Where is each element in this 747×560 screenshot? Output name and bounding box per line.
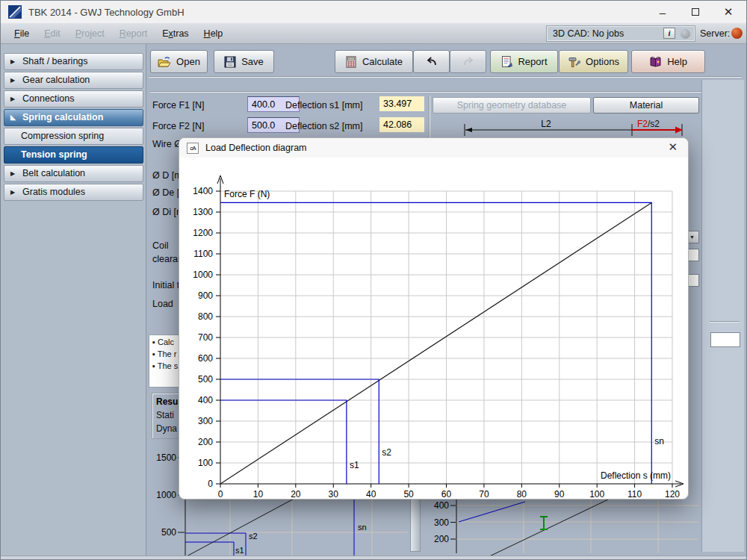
note-item: ▪ Calc: [152, 337, 179, 346]
y-tick-label: 1400: [193, 186, 213, 196]
calculate-button[interactable]: Calculate: [335, 50, 413, 73]
x-tick-label: 60: [441, 489, 452, 500]
toolbar-button-label: Save: [241, 56, 264, 67]
panel-separator: [710, 321, 740, 323]
sidebar-item-label: Connections: [22, 91, 75, 107]
x-tick-label: 40: [366, 489, 376, 500]
menu-help[interactable]: Help: [196, 25, 231, 42]
cad-info-button[interactable]: i: [663, 28, 675, 39]
deflection-s2-value: 42.086: [379, 117, 424, 132]
dialog-close-icon[interactable]: ✕: [668, 140, 678, 154]
form-separator: [150, 91, 742, 93]
menu-extras[interactable]: Extras: [155, 25, 196, 42]
menu-file[interactable]: File: [7, 25, 37, 42]
background-label: clearan: [152, 254, 179, 264]
chart-text-label: s1: [235, 546, 244, 555]
save-button[interactable]: Save: [214, 50, 274, 73]
x-tick-label: 100: [589, 489, 604, 500]
x-axis-title: Deflection s (mm): [601, 470, 671, 481]
x-tick-label: 10: [253, 489, 264, 500]
sidebar-item-gratis-modules[interactable]: ▶Gratis modules: [4, 184, 143, 201]
window-title: TBK 2014 - GWJ Technology GmbH: [28, 7, 185, 18]
toolbar-separator: [149, 76, 742, 78]
sidebar-item-label: Belt calculation: [22, 166, 85, 181]
bullet-icon: ▪: [152, 337, 158, 346]
x-tick-label: 80: [517, 489, 527, 500]
y-tick-label: 0: [208, 479, 213, 489]
help-button[interactable]: Help: [631, 50, 705, 73]
sidebar-item-spring-calculation[interactable]: ◣Spring calculation: [4, 109, 143, 126]
close-icon[interactable]: ✕: [712, 1, 745, 23]
app-window: TBK 2014 - GWJ Technology GmbH – ✕ FileE…: [0, 0, 747, 560]
minimize-icon[interactable]: –: [646, 1, 679, 23]
load-deflection-dialog: cA Load Deflection diagram ✕ 01002003004…: [179, 137, 689, 500]
y-tick-label: 200: [198, 437, 213, 447]
background-label: Ø D [m: [152, 170, 179, 181]
report-doc-icon: [500, 55, 512, 68]
help-book-icon: [649, 56, 662, 67]
save-floppy-icon: [224, 56, 236, 68]
note-item: ▪ The r: [152, 349, 179, 358]
sidebar-item-label: Spring calculation: [22, 110, 103, 125]
calculation-notes-box: ▪ Calc▪ The r▪ The s: [149, 335, 179, 388]
x-tick-label: 120: [665, 489, 680, 500]
sidebar-item-label: Gear calculation: [22, 72, 90, 88]
y-tick-label: 600: [198, 353, 213, 364]
x-tick-label: 20: [291, 489, 301, 500]
expand-arrow-icon: ▶: [10, 166, 15, 181]
menu-bar: FileEditProjectReportExtrasHelp 3D CAD: …: [1, 23, 746, 44]
background-label: Ø Di [n: [152, 207, 179, 217]
y-tick-label: 700: [198, 332, 213, 343]
undo-button[interactable]: [413, 50, 450, 73]
toolbar-button-label: Open: [176, 56, 200, 67]
dialog-title-bar[interactable]: cA Load Deflection diagram ✕: [179, 138, 688, 158]
menu-report: Report: [112, 25, 155, 42]
mini-right-ytick: 400: [434, 500, 449, 511]
maximize-icon[interactable]: [679, 1, 712, 23]
load-deflection-chart: 0100200300400500600700800900100011001200…: [179, 158, 689, 500]
annotation-s1: s1: [350, 460, 359, 470]
toolbar-button-label: Help: [667, 56, 687, 67]
spring-geometry-database-button[interactable]: Spring geometry database: [433, 97, 591, 113]
redo-button[interactable]: [450, 50, 486, 73]
title-bar: TBK 2014 - GWJ Technology GmbH – ✕: [1, 1, 746, 23]
dialog-title: Load Deflection diagram: [205, 143, 307, 153]
results-title: Resu: [156, 396, 179, 407]
material-button[interactable]: Material: [593, 97, 699, 113]
force-f1-label: Force F1 [N]: [152, 100, 204, 111]
y-tick-label: 400: [198, 395, 213, 405]
toolbar-button-label: Options: [586, 56, 619, 67]
expand-arrow-icon: ▶: [10, 54, 15, 69]
deflection-s1-label: Deflection s1 [mm]: [285, 100, 363, 111]
expand-arrow-icon: ▶: [10, 184, 15, 200]
status-bar: [1, 556, 747, 560]
sidebar-item-shaft-bearings[interactable]: ▶Shaft / bearings: [4, 53, 143, 70]
x-tick-label: 110: [627, 489, 642, 500]
y-tick-label: 1300: [193, 207, 213, 217]
y-tick-label: 900: [198, 290, 213, 301]
options-button[interactable]: Options: [559, 50, 628, 73]
sidebar-item-gear-calculation[interactable]: ▶Gear calculation: [4, 72, 143, 89]
dialog-form-icon: cA: [187, 143, 199, 154]
cad-status-dot: [681, 29, 690, 39]
deflection-s2-label: Deflection s2 [mm]: [285, 121, 363, 131]
mini-left-ytick: 1000: [156, 490, 176, 500]
server-label: Server:: [700, 28, 730, 39]
background-label: Coil: [152, 240, 179, 251]
dim-f2-label: F2/s2: [637, 119, 660, 129]
sidebar-item-connections[interactable]: ▶Connections: [4, 90, 143, 108]
background-label: Wire Ø: [152, 139, 179, 149]
x-tick-label: 0: [218, 489, 223, 500]
sidebar-item-tension-spring[interactable]: Tension spring: [4, 146, 143, 164]
background-label: Initial t: [152, 280, 179, 290]
report-button[interactable]: Report: [490, 50, 558, 73]
cad-status-box: 3D CAD: No jobs i: [546, 25, 695, 42]
deflection-s1-value: 33.497: [379, 96, 424, 111]
options-tools-icon: [568, 56, 580, 68]
panel-input-field[interactable]: [710, 332, 740, 347]
open-button[interactable]: Open: [150, 50, 208, 73]
chart-area: 0100200300400500600700800900100011001200…: [179, 158, 688, 500]
sidebar-item-compression-spring[interactable]: Compression spring: [4, 128, 143, 145]
bullet-icon: ▪: [152, 361, 158, 370]
sidebar-item-belt-calculation[interactable]: ▶Belt calculation: [4, 165, 143, 182]
